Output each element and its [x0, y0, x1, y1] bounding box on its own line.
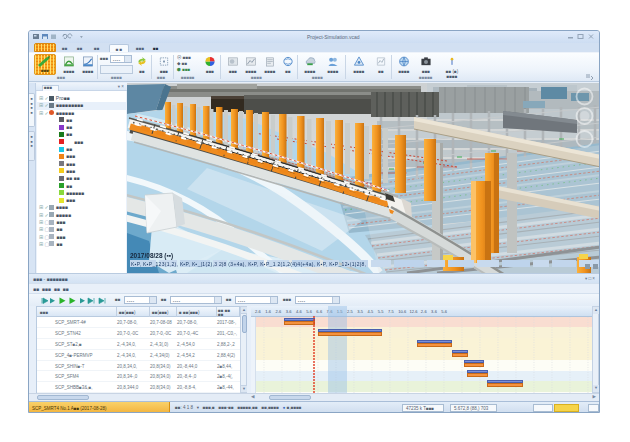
svg-text:K▪P, K▪P_123(1,2), K▪P, K▪_|1(: K▪P, K▪P_123(1,2), K▪P, K▪_|1(2),3 2|8 (… [131, 261, 366, 267]
svg-text:2017/08/28 (▪▪): 2017/08/28 (▪▪) [130, 252, 173, 260]
